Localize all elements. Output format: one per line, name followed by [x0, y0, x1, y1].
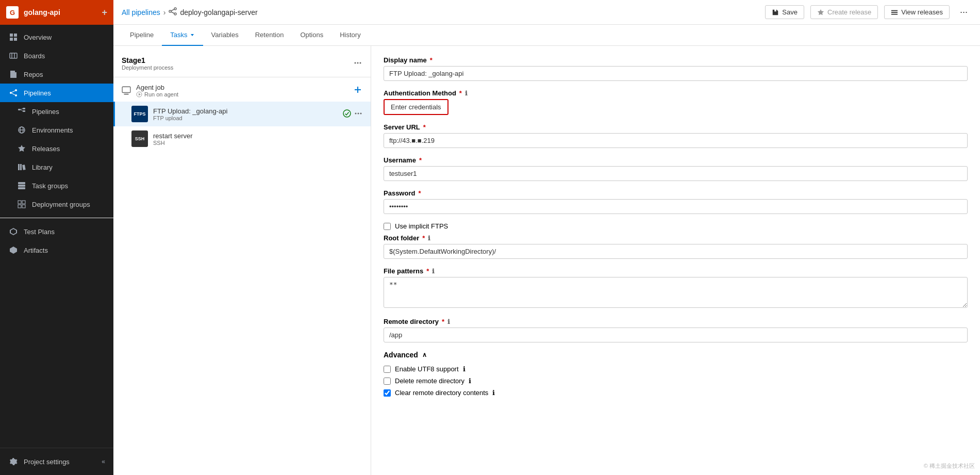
svg-point-7: [12, 74, 13, 76]
create-release-button[interactable]: Create release: [810, 5, 878, 19]
sidebar-item-pipelines-parent[interactable]: Pipelines: [0, 84, 113, 102]
collapse-icon[interactable]: «: [102, 458, 105, 465]
auth-method-required: *: [459, 89, 462, 97]
task-groups-icon: [16, 181, 27, 191]
sidebar-item-deployment-groups[interactable]: Deployment groups: [0, 195, 113, 214]
project-header[interactable]: G golang-api +: [0, 0, 113, 25]
sidebar-item-task-groups[interactable]: Task groups: [0, 176, 113, 195]
tab-retention[interactable]: Retention: [247, 25, 292, 46]
sidebar-item-label-pipelines: Pipelines: [32, 108, 59, 116]
enable-utf8-info-icon[interactable]: ℹ: [463, 365, 466, 373]
stage-ellipsis-icon: [353, 58, 362, 68]
username-required: *: [419, 156, 422, 164]
project-settings-item[interactable]: Project settings «: [0, 452, 113, 471]
sidebar-item-boards[interactable]: Boards: [0, 46, 113, 65]
sidebar-item-repos[interactable]: Repos: [0, 65, 113, 84]
sidebar-item-pipelines[interactable]: Pipelines: [0, 102, 113, 121]
root-folder-info-icon[interactable]: ℹ: [428, 235, 430, 242]
sidebar-item-overview[interactable]: Overview: [0, 28, 113, 46]
sidebar-item-library[interactable]: Library: [0, 158, 113, 176]
stage-more-button[interactable]: [353, 58, 362, 69]
sidebar-item-releases[interactable]: Releases: [0, 139, 113, 158]
add-project-button[interactable]: +: [102, 7, 107, 18]
tabbar: Pipeline Tasks Variables Retention Optio…: [113, 25, 980, 46]
sidebar-item-artifacts[interactable]: Artifacts: [0, 241, 113, 259]
password-input[interactable]: [384, 199, 968, 214]
remote-directory-input[interactable]: [384, 327, 968, 342]
sidebar-item-label-artifacts: Artifacts: [24, 247, 48, 254]
pipeline-icon: [169, 7, 177, 17]
enable-utf8-row: Enable UTF8 support ℹ: [384, 365, 968, 373]
form-group-root-folder: Root folder * ℹ: [384, 234, 968, 259]
task-item-restart-server[interactable]: SSH restart server SSH: [113, 126, 371, 151]
remote-directory-required: *: [442, 318, 444, 325]
sidebar-item-environments[interactable]: Environments: [0, 121, 113, 139]
sidebar-item-label-environments: Environments: [32, 126, 73, 134]
add-task-button[interactable]: [353, 85, 362, 96]
svg-rect-4: [10, 53, 17, 58]
breadcrumb: All pipelines › deploy-golangapi-server: [122, 7, 258, 17]
clear-remote-dir-checkbox[interactable]: [384, 389, 391, 397]
svg-point-36: [355, 62, 356, 63]
sidebar-item-label-test-plans: Test Plans: [24, 228, 55, 236]
sidebar-item-test-plans[interactable]: Test Plans: [0, 222, 113, 241]
tab-history[interactable]: History: [331, 25, 369, 46]
tab-variables[interactable]: Variables: [203, 25, 247, 46]
root-folder-input[interactable]: [384, 244, 968, 259]
clear-remote-info-icon[interactable]: ℹ: [492, 389, 495, 397]
ftp-task-more-button[interactable]: [354, 109, 362, 119]
agent-job-sub: Run on agent: [136, 91, 178, 97]
file-patterns-info-icon[interactable]: ℹ: [432, 268, 435, 275]
svg-rect-29: [18, 205, 21, 208]
display-name-input[interactable]: [384, 66, 968, 81]
tab-pipeline[interactable]: Pipeline: [122, 25, 162, 46]
topbar-actions: Save Create release View releases ···: [765, 5, 972, 20]
server-url-input[interactable]: [384, 133, 968, 148]
svg-marker-42: [139, 93, 141, 96]
use-implicit-ftps-row: Use implicit FTPS: [384, 222, 968, 230]
project-settings-label: Project settings: [24, 458, 70, 466]
project-avatar: G: [6, 6, 19, 19]
agent-job-row[interactable]: Agent job Run on agent: [113, 79, 371, 102]
view-releases-button[interactable]: View releases: [884, 5, 950, 19]
more-options-button[interactable]: ···: [956, 5, 972, 20]
enable-utf8-label: Enable UTF8 support: [395, 365, 459, 373]
delete-remote-info-icon[interactable]: ℹ: [469, 377, 471, 385]
pipeline-name: deploy-golangapi-server: [180, 8, 257, 17]
auth-method-dropdown[interactable]: Enter credentials: [384, 99, 449, 115]
auth-method-info-icon[interactable]: ℹ: [465, 90, 468, 97]
project-name: golang-api: [24, 8, 60, 17]
sidebar-divider: [0, 218, 113, 218]
svg-rect-14: [23, 108, 25, 109]
delete-remote-dir-checkbox[interactable]: [384, 378, 391, 385]
svg-rect-28: [22, 201, 25, 204]
svg-line-11: [12, 91, 15, 92]
tab-options[interactable]: Options: [292, 25, 331, 46]
svg-line-35: [171, 12, 174, 13]
file-patterns-label: File patterns * ℹ: [384, 267, 968, 275]
tab-tasks[interactable]: Tasks: [162, 25, 203, 46]
svg-line-12: [12, 93, 15, 95]
library-icon: [16, 162, 27, 172]
advanced-label: Advanced: [384, 351, 418, 359]
save-button[interactable]: Save: [765, 5, 804, 19]
svg-point-47: [358, 112, 359, 114]
advanced-header[interactable]: Advanced ∧: [384, 351, 968, 359]
root-folder-required: *: [422, 234, 425, 242]
divider-stage: [113, 77, 371, 77]
check-icon: [343, 109, 351, 118]
display-name-label: Display name *: [384, 56, 968, 64]
topbar: All pipelines › deploy-golangapi-server …: [113, 0, 980, 25]
svg-point-45: [343, 110, 351, 117]
overview-icon: [8, 32, 19, 42]
sidebar-item-label-library: Library: [32, 163, 53, 171]
file-patterns-textarea[interactable]: **: [384, 277, 968, 308]
all-pipelines-link[interactable]: All pipelines: [122, 8, 160, 17]
password-label: Password *: [384, 189, 968, 197]
username-input[interactable]: [384, 166, 968, 181]
enable-utf8-checkbox[interactable]: [384, 366, 391, 373]
main-content: All pipelines › deploy-golangapi-server …: [113, 0, 980, 475]
use-implicit-ftps-checkbox[interactable]: [384, 223, 391, 230]
task-item-ftp-upload[interactable]: FTPS FTP Upload: _golang-api FTP upload: [113, 102, 371, 126]
remote-directory-info-icon[interactable]: ℹ: [447, 318, 450, 325]
